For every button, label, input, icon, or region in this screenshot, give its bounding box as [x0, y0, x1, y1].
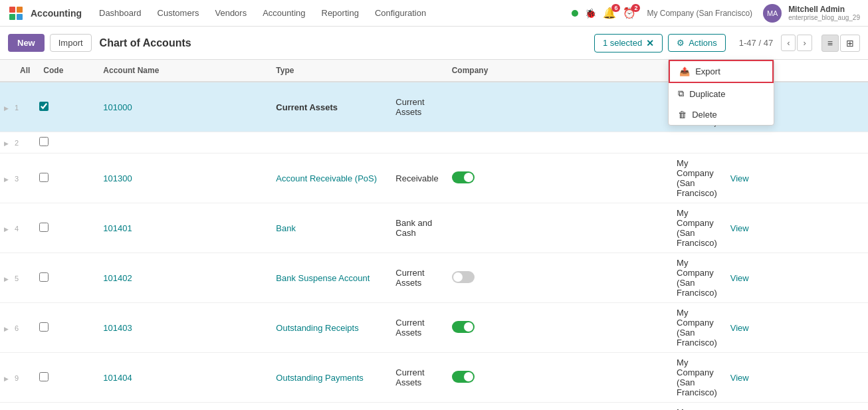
import-button[interactable]: Import [50, 34, 92, 52]
row-name-cell[interactable]: Outstanding Payments [269, 353, 389, 403]
row-name-cell[interactable]: Cash [269, 403, 389, 411]
toolbar: New Import Chart of Accounts 1 selected … [0, 27, 868, 60]
row-company-cell: My Company (San Francisco) [670, 353, 724, 403]
status-indicators: 🐞 🔔 6 ⏰ 2 [572, 7, 636, 19]
row-toggle-cell[interactable] [445, 253, 670, 303]
row-checkbox-cell[interactable] [37, 203, 96, 253]
duplicate-label: Duplicate [689, 89, 725, 99]
row-view-link[interactable]: View [724, 203, 868, 253]
row-toggle-cell[interactable] [445, 403, 670, 411]
row-expand-cell: ▶ [0, 203, 13, 253]
table-row: ▶5101402Bank Suspense AccountCurrent Ass… [0, 253, 868, 303]
row-name-cell[interactable]: Account Receivable (PoS) [269, 154, 389, 203]
th-company[interactable]: Company [445, 60, 670, 82]
nav-configuration[interactable]: Configuration [368, 5, 433, 21]
duplicate-icon: ⧉ [678, 88, 684, 99]
messages-badge-wrap[interactable]: 🔔 6 [603, 7, 616, 19]
nav-dashboard[interactable]: Dashboard [92, 5, 148, 21]
top-navigation: Accounting Dashboard Customers Vendors A… [0, 0, 868, 27]
row-type-cell: Current Assets [389, 253, 445, 303]
row-toggle-cell[interactable] [445, 303, 670, 353]
actions-dropdown-container: ⚙ Actions 📤 Export ⧉ Duplicate 🗑 Delete [668, 34, 726, 52]
row-checkbox-cell[interactable] [37, 303, 96, 353]
row-checkbox-cell[interactable] [37, 403, 96, 411]
svg-rect-1 [17, 7, 23, 13]
nav-vendors[interactable]: Vendors [208, 5, 253, 21]
row-code-cell: 101000 [96, 82, 269, 132]
table-row: ▶4101401BankBank and CashMy Company (San… [0, 203, 868, 253]
row-checkbox-cell[interactable] [37, 132, 96, 154]
export-menu-item[interactable]: 📤 Export [669, 60, 774, 83]
table-row: 101501CashBank and CashMy Company (San F… [0, 403, 868, 411]
row-name-cell[interactable] [269, 132, 389, 154]
nav-accounting[interactable]: Accounting [256, 5, 312, 21]
company-name: My Company (San Francisco) [647, 9, 752, 18]
row-toggle-cell[interactable] [445, 353, 670, 403]
row-expand-cell: ▶ [0, 353, 13, 403]
selected-button[interactable]: 1 selected ✕ [594, 34, 663, 52]
row-checkbox-cell[interactable] [37, 154, 96, 203]
row-type-cell: Bank and Cash [389, 403, 445, 411]
alerts-badge-wrap[interactable]: ⏰ 2 [623, 7, 636, 19]
row-view-link[interactable]: View [724, 303, 868, 353]
next-page-button[interactable]: › [797, 35, 812, 51]
delete-label: Delete [692, 110, 717, 120]
row-name-cell[interactable]: Current Assets [269, 82, 389, 132]
duplicate-menu-item[interactable]: ⧉ Duplicate [669, 83, 774, 104]
row-toggle-cell[interactable] [445, 154, 670, 203]
table-body: ▶1101000Current AssetsCurrent AssetsMy C… [0, 82, 868, 410]
user-name: Mitchell Admin [788, 5, 860, 14]
row-code-cell [96, 132, 269, 154]
row-name-cell[interactable]: Bank Suspense Account [269, 253, 389, 303]
row-view-link[interactable]: View [724, 253, 868, 303]
kanban-view-button[interactable]: ⊞ [840, 35, 860, 52]
row-checkbox-cell[interactable] [37, 82, 96, 132]
row-code-cell: 101300 [96, 154, 269, 203]
row-number-cell: 1 [13, 82, 37, 132]
prev-page-button[interactable]: ‹ [781, 35, 796, 51]
new-button[interactable]: New [8, 34, 45, 52]
row-expand-cell: ▶ [0, 154, 13, 203]
bug-icon[interactable]: 🐞 [585, 8, 596, 19]
actions-label: Actions [689, 38, 717, 48]
actions-button[interactable]: ⚙ Actions [668, 34, 726, 52]
row-number-cell [13, 403, 37, 411]
clear-selection-icon[interactable]: ✕ [646, 38, 654, 49]
gear-icon: ⚙ [677, 38, 685, 48]
row-view-link[interactable] [724, 132, 868, 154]
row-name-cell[interactable]: Outstanding Receipts [269, 303, 389, 353]
row-number-cell: 4 [13, 203, 37, 253]
th-reconcile [389, 60, 445, 82]
th-select-all[interactable]: All [13, 60, 37, 82]
row-view-link[interactable]: View [724, 353, 868, 403]
row-toggle-cell[interactable] [445, 203, 670, 253]
row-code-cell: 101403 [96, 303, 269, 353]
row-toggle-cell[interactable] [445, 132, 670, 154]
list-view-button[interactable]: ≡ [821, 35, 839, 52]
row-expand-cell [0, 403, 13, 411]
th-type[interactable]: Type [269, 60, 389, 82]
messages-count: 6 [611, 4, 620, 12]
th-account-name[interactable]: Account Name [96, 60, 269, 82]
selected-count-label: 1 selected [603, 38, 642, 48]
row-type-cell: Current Assets [389, 303, 445, 353]
nav-reporting[interactable]: Reporting [315, 5, 366, 21]
row-checkbox-cell[interactable] [37, 353, 96, 403]
row-checkbox-cell[interactable] [37, 253, 96, 303]
nav-customers[interactable]: Customers [151, 5, 206, 21]
row-number-cell: 2 [13, 132, 37, 154]
alerts-count: 2 [631, 4, 640, 12]
th-code[interactable]: Code [37, 60, 96, 82]
row-number-cell: 9 [13, 353, 37, 403]
row-view-link[interactable]: View [724, 403, 868, 411]
row-name-cell[interactable]: Bank [269, 203, 389, 253]
export-label: Export [695, 66, 720, 76]
user-info: Mitchell Admin enterprise_blog_aug_29 [788, 5, 860, 21]
delete-menu-item[interactable]: 🗑 Delete [669, 104, 774, 125]
row-expand-cell: ▶ [0, 303, 13, 353]
row-number-cell: 6 [13, 303, 37, 353]
row-company-cell [670, 132, 724, 154]
row-toggle-cell[interactable] [445, 82, 670, 132]
table-row: ▶6101403Outstanding ReceiptsCurrent Asse… [0, 303, 868, 353]
row-view-link[interactable]: View [724, 154, 868, 203]
